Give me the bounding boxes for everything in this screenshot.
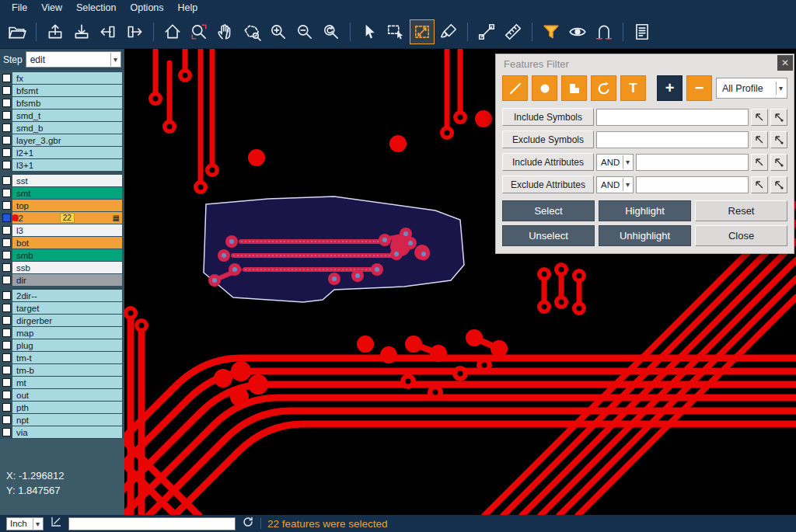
layer-name[interactable]: via <box>12 426 122 438</box>
layer-checkbox[interactable] <box>2 111 11 120</box>
menu-file[interactable]: File <box>5 0 34 16</box>
eye-icon[interactable] <box>565 19 590 44</box>
layer-checkbox[interactable] <box>2 263 11 272</box>
layer-name[interactable]: bfsmb <box>12 97 122 109</box>
pick-from-canvas-button[interactable] <box>751 131 768 148</box>
layer-row-fx[interactable]: fx <box>0 72 122 84</box>
layer-row-out[interactable]: out <box>0 389 122 401</box>
layer-row-plug[interactable]: plug <box>0 339 122 351</box>
layer-name[interactable]: top <box>12 200 122 211</box>
include-symbols-input[interactable] <box>596 109 749 126</box>
pick-add-from-canvas-button[interactable] <box>770 154 787 171</box>
pick-add-from-canvas-button[interactable] <box>770 176 787 193</box>
folder-open-icon[interactable] <box>5 19 30 44</box>
reset-button[interactable]: Reset <box>695 200 787 221</box>
pan-hand-icon[interactable] <box>213 19 238 44</box>
feature-type-arc-button[interactable] <box>591 75 616 101</box>
layer-name[interactable]: bot <box>12 237 122 249</box>
layer-row-smd_t[interactable]: smd_t <box>0 110 122 121</box>
feature-type-surface-button[interactable] <box>561 75 587 101</box>
snap-icon[interactable] <box>592 19 616 44</box>
layer-row-l2+1[interactable]: l2+1 <box>0 147 122 158</box>
layer-checkbox[interactable] <box>2 329 11 337</box>
zoom-in-icon[interactable] <box>266 19 291 44</box>
layer-name[interactable]: pth <box>12 402 122 413</box>
layer-checkbox[interactable] <box>2 99 11 107</box>
logic-operator-select[interactable]: AND▾ <box>596 154 634 171</box>
box-arrow-down-icon[interactable] <box>69 19 94 44</box>
layer-name[interactable]: mt <box>12 377 122 388</box>
exclude-attributes-input[interactable] <box>636 176 749 193</box>
layer-row-l3+1[interactable]: l3+1 <box>0 159 122 171</box>
layer-checkbox[interactable] <box>2 304 11 312</box>
layer-row-top[interactable]: top <box>0 200 122 211</box>
layer-checkbox[interactable] <box>2 74 11 82</box>
pick-from-canvas-button[interactable] <box>751 109 768 126</box>
layer-name[interactable]: 2dir-- <box>12 290 122 301</box>
box-arrow-up-icon[interactable] <box>43 19 68 44</box>
box-arrow-right-icon[interactable] <box>122 19 147 44</box>
layer-checkbox[interactable] <box>2 391 11 399</box>
layer-checkbox[interactable] <box>2 189 11 197</box>
layer-name[interactable]: smd_b <box>12 122 122 134</box>
layer-name[interactable]: map <box>12 327 122 339</box>
zoom-reset-icon[interactable] <box>319 19 344 44</box>
feature-type-pad-button[interactable] <box>532 75 557 101</box>
lasso-zoom-icon[interactable] <box>239 19 264 44</box>
layer-checkbox[interactable] <box>2 291 11 300</box>
logic-operator-select[interactable]: AND▾ <box>596 176 634 193</box>
pick-from-canvas-button[interactable] <box>751 176 768 193</box>
pick-add-from-canvas-button[interactable] <box>770 109 787 126</box>
dialog-title-bar[interactable]: Features Filter ✕ <box>496 54 794 74</box>
exclude-attributes-button[interactable]: Exclude Attributes <box>502 176 594 193</box>
refresh-icon[interactable] <box>242 516 254 531</box>
feature-type-line-button[interactable] <box>502 75 528 101</box>
layer-row-bfsmt[interactable]: bfsmt <box>0 85 122 96</box>
layer-name[interactable]: l2+1 <box>12 147 122 158</box>
zoom-area-icon[interactable] <box>187 19 211 44</box>
layer-name[interactable]: bfsmt <box>12 85 122 96</box>
layer-name[interactable]: target <box>12 302 122 314</box>
feature-type-text-button[interactable]: T <box>620 75 646 101</box>
layer-name[interactable]: fx <box>12 72 122 84</box>
layer-checkbox[interactable] <box>2 366 11 374</box>
layer-row-bfsmb[interactable]: bfsmb <box>0 97 122 109</box>
menu-options[interactable]: Options <box>123 0 170 16</box>
layer-row-mt[interactable]: mt <box>0 377 122 388</box>
zoom-out-icon[interactable] <box>292 19 317 44</box>
layer-row-pth[interactable]: pth <box>0 402 122 413</box>
layer-row-l3[interactable]: l3 <box>0 224 122 236</box>
layer-row-tm-b[interactable]: tm-b <box>0 364 122 376</box>
layer-row-dir[interactable]: dir <box>0 274 122 286</box>
layer-checkbox[interactable] <box>2 176 11 185</box>
layer-name[interactable]: tm-t <box>12 352 122 363</box>
close-icon[interactable]: ✕ <box>777 55 793 71</box>
include-symbols-button[interactable]: Include Symbols <box>502 108 594 126</box>
exclude-symbols-input[interactable] <box>596 131 749 148</box>
layer-name[interactable]: dirgerber <box>12 315 122 326</box>
layer-checkbox[interactable] <box>2 136 11 144</box>
layer-checkbox[interactable] <box>2 201 11 210</box>
select-button[interactable]: Select <box>502 200 595 221</box>
layer-name[interactable]: npt <box>12 414 122 426</box>
include-attributes-button[interactable]: Include Attributes <box>502 153 594 171</box>
layer-row-via[interactable]: via <box>0 426 122 438</box>
layer-checkbox[interactable] <box>2 226 11 235</box>
close-button[interactable]: Close <box>695 225 787 246</box>
layer-checkbox[interactable] <box>2 428 11 436</box>
layer-name[interactable]: dir <box>12 274 122 286</box>
layer-row-sst[interactable]: sst <box>0 175 122 186</box>
layer-checkbox[interactable] <box>2 353 11 362</box>
pcb-viewport[interactable]: Features Filter ✕ T+−All Profile▾ Includ… <box>124 49 796 515</box>
layer-checkbox[interactable] <box>2 251 11 259</box>
layer-row-l2[interactable]: l222▦ <box>0 212 122 224</box>
layer-checkbox[interactable] <box>2 238 11 247</box>
layer-checkbox[interactable] <box>2 416 11 424</box>
unhighlight-button[interactable]: Unhighlight <box>599 225 691 246</box>
layer-name[interactable]: layer_3.gbr <box>12 134 122 146</box>
layer-name[interactable]: ssb <box>12 262 122 273</box>
layer-row-bot[interactable]: bot <box>0 237 122 249</box>
filter-funnel-icon[interactable] <box>539 19 564 44</box>
layer-checkbox[interactable] <box>2 341 11 349</box>
pointer-icon[interactable] <box>357 19 382 44</box>
